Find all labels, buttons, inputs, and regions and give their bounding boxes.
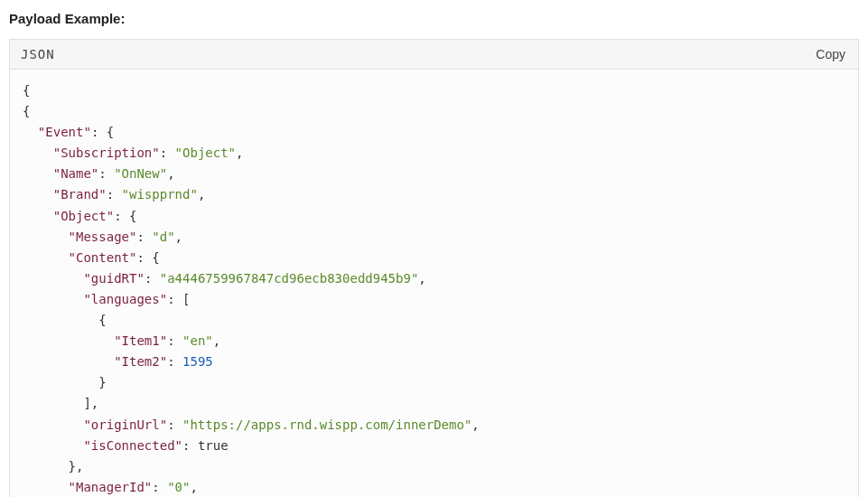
json-key: "Event" [38,125,91,139]
json-key: "ManagerId" [69,480,153,494]
json-key: "Object" [53,209,114,223]
json-number: 1595 [182,354,213,369]
json-string: "a4446759967847cd96ecb830edd945b9" [160,271,419,286]
code-lang-label: JSON [21,47,55,61]
json-key: "Subscription" [53,145,160,160]
section-heading: Payload Example: [9,11,859,26]
json-key: "Item1" [114,333,167,348]
json-boolean: true [198,438,229,453]
json-key: "Name" [53,166,99,181]
brace-open: { [23,104,30,118]
json-key: "Content" [69,250,137,265]
json-key: "languages" [83,292,167,306]
brace-open: { [23,83,30,98]
json-string: "OnNew" [114,166,167,181]
json-key: "isConnected" [83,438,182,453]
code-block-header: JSON Copy [10,40,858,70]
code-block-body: { { "Event": { "Subscription": "Object",… [10,70,858,497]
json-key: "guidRT" [83,271,144,286]
json-string: "en" [182,333,213,348]
json-string: "Object" [175,145,236,160]
code-block: JSON Copy { { "Event": { "Subscription":… [9,39,859,497]
json-key: "Brand" [53,187,107,202]
copy-button[interactable]: Copy [816,47,845,61]
json-key: "originUrl" [83,417,167,432]
json-string: "d" [152,230,174,244]
json-key: "Item2" [114,354,167,369]
json-string: "0" [167,480,190,494]
json-string: "wispprnd" [122,187,198,202]
json-string: "https://apps.rnd.wispp.com/innerDemo" [182,417,471,432]
json-key: "Message" [69,230,137,244]
